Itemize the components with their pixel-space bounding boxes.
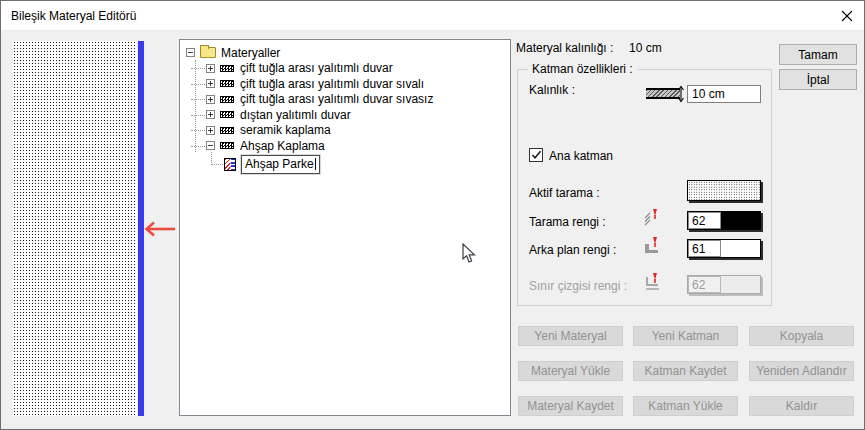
window-title: Bileşik Materyal Editörü [11, 9, 136, 23]
hatch-color-field[interactable]: 62 [687, 211, 761, 230]
tree-item-layer-editing[interactable]: Ahşap Parke [180, 154, 510, 175]
border-line-color-swatch [721, 276, 760, 293]
tree-item-label[interactable]: seramik kaplama [240, 123, 331, 137]
load-layer-button[interactable]: Katman Yükle [633, 396, 738, 416]
main-layer-label[interactable]: Ana katman [549, 149, 613, 163]
save-material-button[interactable]: Materyal Kaydet [518, 396, 623, 416]
layer-hatch-icon [224, 158, 236, 171]
expand-icon[interactable] [206, 126, 215, 135]
tree-item-materyaller[interactable]: Materyaller [180, 45, 510, 61]
background-color-number[interactable]: 61 [688, 240, 721, 257]
material-preview-hatch [13, 41, 137, 416]
hatch-color-label: Tarama rengi : [529, 215, 606, 229]
folder-icon [200, 47, 216, 58]
rename-button[interactable]: Yeniden Adlandır [749, 361, 854, 381]
new-layer-button[interactable]: Yeni Katman [633, 326, 738, 346]
composite-material-editor-dialog: Bileşik Materyal Editörü Materyaller çif… [0, 0, 865, 430]
tree-item-label[interactable]: çift tuğla arası yalıtımlı duvar sıvalı [240, 77, 424, 91]
layer-properties-group-label: Katman özellikleri : [528, 62, 637, 76]
ok-button[interactable]: Tamam [779, 44, 857, 65]
tree-item-label[interactable]: çift tuğla arası yalıtımlı duvar [240, 61, 393, 75]
tree-item-label[interactable]: dıştan yalıtımlı duvar [240, 108, 351, 122]
expand-icon[interactable] [206, 95, 215, 104]
active-hatch-pattern-button[interactable] [687, 180, 761, 201]
material-thickness-value: 10 cm [629, 41, 662, 55]
expand-icon[interactable] [206, 110, 215, 119]
thickness-updown-icon [677, 85, 685, 106]
border-line-color-label: Sınır çizgisi rengi : [529, 279, 627, 293]
rename-input[interactable]: Ahşap Parke [241, 155, 320, 174]
tree-item-material[interactable]: seramik kaplama [180, 123, 510, 139]
background-color-field[interactable]: 61 [687, 239, 761, 258]
tree-item-label[interactable]: Ahşap Kaplama [240, 139, 325, 153]
new-material-button[interactable]: Yeni Materyal [518, 326, 623, 346]
background-color-label: Arka plan rengi : [529, 243, 616, 257]
thickness-label: Kalınlık : [529, 83, 575, 97]
tree-item-material[interactable]: Ahşap Kaplama [180, 138, 510, 154]
tree-item-material[interactable]: çift tuğla arası yalıtımlı duvar [180, 61, 510, 77]
remove-button[interactable]: Kaldır [749, 396, 854, 416]
main-layer-checkbox[interactable] [529, 148, 543, 162]
titlebar[interactable]: Bileşik Materyal Editörü [1, 1, 864, 31]
rename-value: Ahşap Parke [245, 157, 314, 171]
material-hatch-icon [220, 142, 234, 149]
tree-item-material[interactable]: çift tuğla arası yalıtımlı duvar sıvalı [180, 76, 510, 92]
collapse-icon[interactable] [186, 48, 195, 57]
hatch-color-number[interactable]: 62 [688, 212, 721, 229]
collapse-icon[interactable] [206, 141, 215, 150]
load-material-button[interactable]: Materyal Yükle [518, 361, 623, 381]
tree-item-label[interactable]: Materyaller [221, 46, 280, 60]
text-caret [315, 158, 316, 170]
material-hatch-icon [220, 80, 234, 87]
layer-pointer-arrow-icon [142, 221, 178, 240]
border-line-color-field: 62 [687, 275, 761, 294]
thickness-hatch-icon [646, 88, 680, 99]
material-hatch-icon [220, 127, 234, 134]
tree-item-material[interactable]: dıştan yalıtımlı duvar [180, 107, 510, 123]
save-layer-button[interactable]: Katman Kaydet [633, 361, 738, 381]
material-hatch-icon [220, 65, 234, 72]
border-line-color-number: 62 [688, 276, 721, 293]
copy-button[interactable]: Kopyala [749, 326, 854, 346]
hatch-color-swatch[interactable] [721, 212, 760, 229]
material-hatch-icon [220, 96, 234, 103]
background-color-swatch[interactable] [721, 240, 760, 257]
material-hatch-icon [220, 111, 234, 118]
border-line-pen-icon [644, 272, 662, 290]
active-hatch-label: Aktif tarama : [529, 186, 600, 200]
expand-icon[interactable] [206, 79, 215, 88]
background-pen-icon [644, 236, 662, 254]
thickness-input[interactable] [687, 85, 761, 103]
hatch-pen-icon [644, 208, 662, 226]
material-thickness-label: Materyal kalınlığı : [516, 41, 613, 55]
close-icon[interactable] [840, 9, 854, 23]
material-tree[interactable]: Materyaller çift tuğla arası yalıtımlı d… [179, 39, 511, 416]
mouse-cursor-icon [462, 243, 477, 267]
expand-icon[interactable] [206, 64, 215, 73]
cancel-button[interactable]: İptal [779, 69, 857, 90]
tree-item-label[interactable]: çift tuğla arası yalıtımlı duvar sıvasız [240, 92, 433, 106]
tree-item-material[interactable]: çift tuğla arası yalıtımlı duvar sıvasız [180, 92, 510, 108]
